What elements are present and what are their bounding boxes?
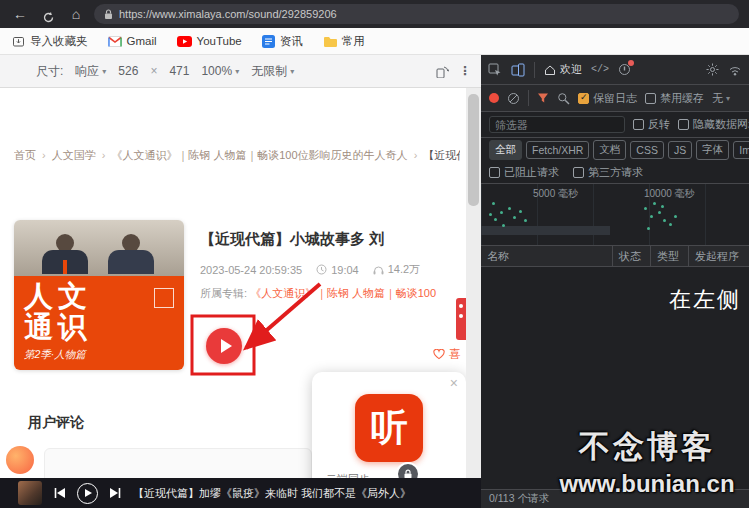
invert-filter-checkbox[interactable]: 反转 — [633, 117, 670, 132]
bookmark-import[interactable]: 导入收藏夹 — [12, 34, 88, 49]
page-scrollbar[interactable] — [466, 88, 481, 508]
filter-chip-img[interactable]: Img — [733, 141, 749, 159]
record-network-log-icon[interactable] — [489, 93, 499, 103]
filter-chip-fetch-xhr[interactable]: Fetch/XHR — [526, 141, 589, 159]
tab-welcome[interactable]: 欢迎 — [544, 62, 582, 77]
breadcrumb-home[interactable]: 首页 — [14, 149, 36, 161]
ximalaya-page: 首页 › 人文国学 › 《人文通识》｜陈钢 人物篇｜畅谈100位影响历史的牛人奇… — [0, 88, 466, 508]
publish-datetime: 2023-05-24 20:59:35 — [200, 264, 302, 276]
player-track-thumbnail[interactable] — [18, 481, 42, 505]
cover-person — [42, 234, 88, 276]
checkbox-icon — [489, 167, 500, 178]
audio-player-bar: 【近现代篇】加缪《鼠疫》来临时 我们都不是《局外人》 — [0, 478, 481, 508]
dimensions-label: 尺寸: — [36, 63, 63, 80]
player-play-button[interactable] — [77, 483, 98, 504]
third-party-requests-checkbox[interactable]: 第三方请求 — [573, 165, 643, 180]
preserve-log-checkbox[interactable]: 保留日志 — [578, 91, 637, 106]
disable-cache-checkbox[interactable]: 禁用缓存 — [645, 91, 704, 106]
screen: ← ⌂ https://www.ximalaya.com/sound/29285… — [0, 0, 749, 508]
checkbox-checked-icon — [578, 93, 589, 104]
breadcrumb: 首页 › 人文国学 › 《人文通识》｜陈钢 人物篇｜畅谈100位影响历史的牛人奇… — [14, 148, 460, 163]
next-track-icon[interactable] — [109, 487, 122, 499]
ximalaya-logo: 听 — [355, 394, 423, 462]
device-emulation-toolbar: 尺寸: 响应▾ 526 × 471 100%▾ 无限制▾ ⋮ — [0, 55, 481, 88]
filter-chip-doc[interactable]: 文档 — [593, 140, 626, 160]
throttling-dropdown[interactable]: 无限制▾ — [251, 63, 294, 80]
breadcrumb-category[interactable]: 人文国学 — [52, 149, 96, 161]
device-toolbar-toggle-icon[interactable] — [511, 63, 525, 77]
viewport-height-field[interactable]: 471 — [169, 64, 189, 78]
network-filter-chips: 全部 Fetch/XHR 文档 CSS JS 字体 Img 媒体 — [481, 138, 749, 162]
column-initiator[interactable]: 发起程序 — [689, 246, 749, 266]
popup-close-icon[interactable]: × — [450, 376, 458, 390]
checkbox-icon — [633, 119, 644, 130]
refresh-icon[interactable] — [38, 4, 58, 24]
blocked-requests-checkbox[interactable]: 已阻止请求 — [489, 165, 559, 180]
tutorial-overlay-text: 在左侧 — [669, 285, 741, 315]
network-conditions-icon[interactable] — [728, 64, 742, 76]
sound-album-row: 所属专辑: 《人文通识》｜陈钢 人物篇｜畅谈100 — [200, 286, 462, 301]
filter-chip-font[interactable]: 字体 — [696, 140, 729, 160]
cover-artwork: 人文 通识 第2季·人物篇 — [14, 276, 184, 370]
inspect-element-icon[interactable] — [488, 63, 502, 77]
breadcrumb-separator: › — [414, 149, 418, 161]
more-options-icon[interactable]: ⋮ — [459, 64, 471, 78]
bookmarks-bar: 导入收藏夹 Gmail YouTube 资讯 常用 — [0, 28, 749, 55]
bookmark-label: YouTube — [197, 35, 242, 47]
sound-meta: 2023-05-24 20:59:35 19:04 14.2万 — [200, 262, 420, 277]
cover-seal — [154, 288, 174, 308]
back-icon[interactable]: ← — [10, 0, 30, 28]
play-triangle-icon — [221, 339, 232, 353]
import-bookmarks-icon — [12, 35, 25, 48]
filter-chip-css[interactable]: CSS — [630, 141, 664, 159]
bookmark-common-folder[interactable]: 常用 — [323, 34, 365, 49]
network-toolbar: 保留日志 禁用缓存 无▾ — [481, 85, 749, 112]
issues-badge-dot — [628, 60, 634, 66]
browser-toolbar: ← ⌂ https://www.ximalaya.com/sound/29285… — [0, 0, 749, 28]
network-status-bar: 0/113 个请求 — [481, 489, 749, 508]
album-cover[interactable]: 人文 通识 第2季·人物篇 — [14, 220, 184, 370]
column-status[interactable]: 状态 — [613, 246, 651, 266]
clear-network-log-icon[interactable] — [507, 92, 520, 105]
sound-title: 【近现代篇】小城故事多 刘 — [200, 230, 462, 249]
device-mode-dropdown[interactable]: 响应▾ — [75, 63, 106, 80]
search-icon[interactable] — [557, 92, 570, 105]
checkbox-icon — [573, 167, 584, 178]
devtools-panel: 欢迎 </> — [481, 55, 749, 508]
rotate-device-icon[interactable] — [435, 64, 449, 78]
request-count-text: 0/113 个请求 — [489, 492, 549, 506]
network-timeline[interactable]: 5000 毫秒 10000 毫秒 — [481, 184, 749, 246]
network-throttling-dropdown[interactable]: 无▾ — [712, 91, 730, 106]
issues-icon[interactable] — [618, 63, 631, 76]
scrollbar-thumb[interactable] — [468, 94, 479, 206]
filter-chip-js[interactable]: JS — [668, 141, 692, 159]
viewport-width-field[interactable]: 526 — [118, 64, 138, 78]
filter-funnel-icon[interactable] — [537, 92, 549, 104]
zoom-dropdown[interactable]: 100%▾ — [201, 64, 239, 78]
bookmark-news[interactable]: 资讯 — [262, 34, 303, 49]
address-bar[interactable]: https://www.ximalaya.com/sound/292859206 — [94, 4, 739, 24]
filter-chip-all[interactable]: 全部 — [489, 140, 522, 160]
network-filter-input[interactable] — [489, 116, 625, 133]
devtools-tabbar: 欢迎 </> — [481, 55, 749, 85]
album-label: 所属专辑: — [200, 287, 247, 299]
news-icon — [262, 35, 275, 48]
previous-track-icon[interactable] — [53, 487, 66, 499]
player-track-title[interactable]: 【近现代篇】加缪《鼠疫》来临时 我们都不是《局外人》 — [133, 486, 481, 501]
tab-sources-icon[interactable]: </> — [591, 64, 609, 75]
feedback-tab[interactable] — [456, 298, 466, 340]
settings-gear-icon[interactable] — [706, 63, 719, 76]
breadcrumb-current: 【近现代篇】小... — [423, 149, 460, 161]
like-button[interactable]: 喜 — [433, 346, 461, 363]
breadcrumb-album[interactable]: 《人文通识》｜陈钢 人物篇｜畅谈100位影响历史的牛人奇人 — [112, 149, 408, 161]
column-name[interactable]: 名称 — [481, 246, 613, 266]
bookmark-gmail[interactable]: Gmail — [108, 35, 157, 47]
play-button[interactable] — [206, 328, 242, 364]
bookmark-youtube[interactable]: YouTube — [177, 35, 242, 47]
hide-data-urls-checkbox[interactable]: 隐藏数据网址 — [678, 117, 749, 132]
home-icon[interactable]: ⌂ — [66, 0, 86, 28]
album-link[interactable]: 《人文通识》｜陈钢 人物篇｜畅谈100 — [250, 287, 436, 299]
folder-icon — [323, 36, 337, 47]
column-type[interactable]: 类型 — [651, 246, 689, 266]
user-avatar — [6, 446, 34, 474]
